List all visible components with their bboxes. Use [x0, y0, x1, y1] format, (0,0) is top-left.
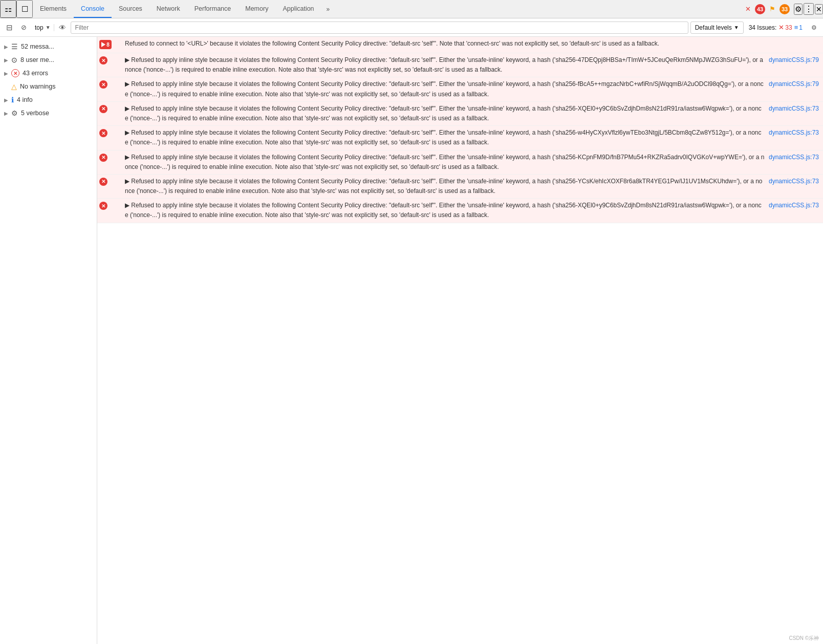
msg-content-4: ▶ Refused to apply inline style because …	[125, 128, 765, 147]
msg-right-2: dynamicCSS.js:79	[765, 79, 819, 88]
tab-sources[interactable]: Sources	[112, 0, 149, 18]
clear-console-icon[interactable]: ⊘	[17, 22, 30, 34]
sidebar-warnings-label: No warnings	[20, 83, 92, 90]
error-icon: ✕	[99, 178, 107, 186]
sidebar-toggle-icon[interactable]: ⊟	[3, 22, 15, 34]
tab-application[interactable]: Application	[275, 0, 321, 18]
warning-badge: 33	[779, 4, 790, 14]
sidebar-user-label: 8 user me...	[20, 56, 92, 63]
msg-right-6: dynamicCSS.js:73	[765, 177, 819, 185]
info-icon: ℹ	[11, 96, 14, 104]
tab-network[interactable]: Network	[149, 0, 187, 18]
msg-icon-4: ✕	[99, 128, 125, 137]
toolbar-right: ✕ 43 ⚑ 33 ⚙ ⋮ ✕	[745, 0, 823, 18]
context-selector: top	[35, 24, 44, 31]
tab-elements[interactable]: Elements	[33, 0, 74, 18]
table-row: ✕ ▶ Refused to apply inline style becaus…	[97, 77, 823, 101]
msg-link-5[interactable]: dynamicCSS.js:73	[769, 154, 819, 161]
table-row: ✕ ▶ Refused to apply inline style becaus…	[97, 175, 823, 199]
chevron-icon: ▶	[4, 44, 8, 50]
msg-link-3[interactable]: dynamicCSS.js:73	[769, 105, 819, 112]
error-group-badge[interactable]: 8	[99, 40, 112, 49]
devtools-select-icon[interactable]: ⚏	[0, 0, 16, 18]
issues-settings-icon[interactable]: ⚙	[808, 22, 820, 34]
messages-icon: ☰	[11, 42, 18, 51]
sidebar-messages-label: 52 messa...	[21, 43, 92, 50]
msg-icon-5: ✕	[99, 153, 125, 162]
msg-icon-6: ✕	[99, 177, 125, 186]
sidebar: ▶ ☰ 52 messa... ▶ ⊙ 8 user me... ▶ ✕ 43 …	[0, 37, 97, 644]
msg-link-4[interactable]: dynamicCSS.js:73	[769, 129, 819, 136]
msg-icon-1: ✕	[99, 55, 125, 65]
table-row: ✕ ▶ Refused to apply inline style becaus…	[97, 53, 823, 77]
msg-link-6[interactable]: dynamicCSS.js:73	[769, 178, 819, 185]
play-icon	[101, 42, 105, 47]
table-row: ✕ ▶ Refused to apply inline style becaus…	[97, 199, 823, 223]
filter-input[interactable]	[71, 22, 688, 34]
msg-content-7: ▶ Refused to apply inline style because …	[125, 201, 765, 220]
default-levels-dropdown[interactable]: Default levels ▼	[690, 22, 744, 34]
msg-icon-7: ✕	[99, 201, 125, 210]
chevron-icon-2: ▶	[4, 57, 8, 63]
error-icon: ✕	[99, 56, 107, 65]
errors-icon: ✕	[11, 69, 19, 77]
sidebar-item-info[interactable]: ▶ ℹ 4 info	[0, 93, 97, 106]
error-icon: ✕	[99, 129, 107, 137]
settings-icon[interactable]: ⚙	[794, 4, 803, 15]
sidebar-item-warnings[interactable]: ▶ △ No warnings	[0, 80, 97, 93]
eye-icon[interactable]: 👁	[56, 22, 69, 34]
more-tabs-button[interactable]: »	[321, 0, 335, 18]
issues-info-count: ≡ 1	[794, 24, 803, 31]
console-messages: 8 Refused to connect to '<URL>' because …	[97, 37, 823, 644]
msg-content-5: ▶ Refused to apply inline style because …	[125, 153, 765, 172]
warnings-icon: △	[11, 82, 17, 91]
msg-link-7[interactable]: dynamicCSS.js:73	[769, 202, 819, 209]
table-row: ✕ ▶ Refused to apply inline style becaus…	[97, 102, 823, 126]
tab-console[interactable]: Console	[74, 0, 112, 18]
msg-right-1: dynamicCSS.js:79	[765, 55, 819, 63]
close-icon[interactable]: ✕	[815, 4, 823, 14]
kebab-menu-icon[interactable]: ⋮	[804, 3, 814, 15]
error-group-count: 8	[106, 42, 110, 48]
issues-error-count: ✕ 33	[778, 24, 792, 31]
sidebar-verbose-label: 5 verbose	[21, 110, 92, 117]
msg-content-6: ▶ Refused to apply inline style because …	[125, 177, 765, 196]
msg-content-0: Refused to connect to '<URL>' because it…	[125, 39, 819, 49]
msg-icon-3: ✕	[99, 104, 125, 113]
sidebar-item-errors[interactable]: ▶ ✕ 43 errors	[0, 67, 97, 80]
msg-icon-area-0: 8	[99, 39, 125, 49]
console-toolbar: ⊟ ⊘ top ▼ 👁 Default levels ▼ 34 Issues: …	[0, 18, 823, 37]
msg-icon-2: ✕	[99, 79, 125, 89]
tab-memory[interactable]: Memory	[238, 0, 275, 18]
sidebar-errors-label: 43 errors	[23, 70, 92, 77]
user-messages-icon: ⊙	[11, 56, 17, 64]
table-row: ✕ ▶ Refused to apply inline style becaus…	[97, 126, 823, 150]
msg-link-1[interactable]: dynamicCSS.js:79	[769, 56, 819, 63]
error-icon: ✕	[99, 105, 107, 113]
chevron-icon-5: ▶	[4, 111, 8, 116]
msg-right-7: dynamicCSS.js:73	[765, 201, 819, 209]
main-area: ▶ ☰ 52 messa... ▶ ⊙ 8 user me... ▶ ✕ 43 …	[0, 37, 823, 644]
watermark: CSDN ©乐神	[789, 635, 819, 642]
msg-link-2[interactable]: dynamicCSS.js:79	[769, 80, 819, 88]
tab-performance[interactable]: Performance	[187, 0, 239, 18]
sidebar-item-user-messages[interactable]: ▶ ⊙ 8 user me...	[0, 53, 97, 67]
chevron-icon-3: ▶	[4, 71, 8, 76]
sidebar-item-messages[interactable]: ▶ ☰ 52 messa...	[0, 40, 97, 53]
tab-bar: ⚏ ☐ Elements Console Sources Network Per…	[0, 0, 823, 18]
issues-count: 34 Issues: ✕ 33 ≡ 1	[746, 24, 806, 31]
verbose-icon: ⚙	[11, 109, 18, 117]
msg-content-2: ▶ Refused to apply inline style because …	[125, 79, 765, 99]
devtools-inspect-icon[interactable]: ☐	[16, 0, 33, 18]
msg-right-4: dynamicCSS.js:73	[765, 128, 819, 136]
error-icon: ✕	[99, 202, 107, 210]
sidebar-info-label: 4 info	[17, 96, 92, 103]
msg-right-5: dynamicCSS.js:73	[765, 153, 819, 161]
chevron-icon-4: ▶	[4, 97, 8, 103]
error-icon: ✕	[99, 80, 107, 89]
sidebar-item-verbose[interactable]: ▶ ⚙ 5 verbose	[0, 106, 97, 120]
msg-right-3: dynamicCSS.js:73	[765, 104, 819, 112]
error-icon: ✕	[99, 154, 107, 162]
error-badge: 43	[755, 4, 765, 14]
msg-content-1: ▶ Refused to apply inline style because …	[125, 55, 765, 75]
